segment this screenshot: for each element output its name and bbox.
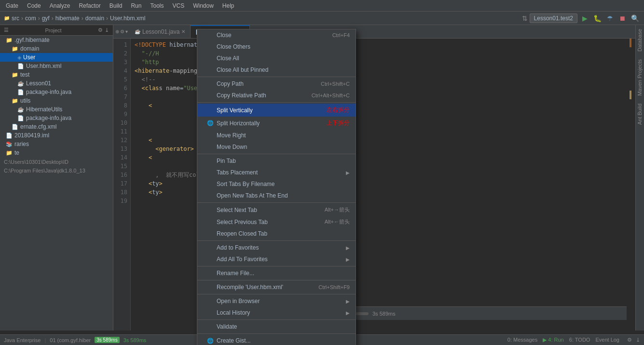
cm-label: Open New Tabs At The End xyxy=(217,192,350,199)
breadcrumb-src[interactable]: src xyxy=(12,15,19,22)
tab-bar: ⊕ ⚙ ▾ ☕ Lesson01.java ✕ 📄 User.hbm.xml ✕ xyxy=(113,25,635,39)
cm-item-local-history[interactable]: Local History▶ xyxy=(197,307,356,318)
sidebar-item-user[interactable]: ◈ User xyxy=(0,53,113,62)
cm-item-close-all[interactable]: Close All xyxy=(197,53,356,64)
right-panel-ant[interactable]: Ant Build xyxy=(636,100,644,129)
sidebar-item-cfg[interactable]: 📄 ernate.cfg.xml xyxy=(0,122,113,131)
tab-lesson01[interactable]: ☕ Lesson01.java ✕ xyxy=(130,25,191,39)
cm-item-icon: 🌐 xyxy=(207,120,215,126)
cm-item-validate[interactable]: Validate xyxy=(197,321,356,332)
cm-separator-4 xyxy=(197,77,356,77)
cm-shortcut: Ctrl+F4 xyxy=(332,32,350,38)
cm-label: Move Down xyxy=(217,144,350,150)
java-icon: ☕ xyxy=(17,80,24,87)
breadcrumb-hibernate[interactable]: hibernate xyxy=(55,15,80,22)
line-numbers: 1 2 3 4 5 6 7 8 9 10 11 12 13 14 15 16 1… xyxy=(113,39,131,331)
cm-item-copy-path[interactable]: Copy PathCtrl+Shift+C xyxy=(197,78,356,90)
sidebar-item-utils[interactable]: 📁 utils xyxy=(0,96,113,105)
cm-label: Pin Tab xyxy=(217,158,350,164)
menu-vcs[interactable]: VCS xyxy=(168,1,188,10)
cm-item-open-new-tabs-at-the-end[interactable]: Open New Tabs At The End xyxy=(197,190,356,201)
stop-button[interactable]: ⏹ xyxy=(617,13,628,24)
sidebar-item-libraries[interactable]: 📚 raries xyxy=(0,140,113,148)
sidebar-item-iml[interactable]: 📄 20180419.iml xyxy=(0,131,113,140)
cm-item-split-horizontally[interactable]: 🌐Split Horizontally上下拆分 xyxy=(197,117,356,130)
cm-item-copy-relative-path[interactable]: Copy Relative PathCtrl+Alt+Shift+C xyxy=(197,90,356,101)
menu-window[interactable]: Window xyxy=(189,1,218,10)
cm-item-reopen-closed-tab[interactable]: Reopen Closed Tab xyxy=(197,228,356,239)
right-panel-database[interactable]: Database xyxy=(636,25,644,55)
java-icon: 📄 xyxy=(17,115,24,121)
menu-help[interactable]: Help xyxy=(219,1,238,10)
cm-item-split-vertically[interactable]: Split Vertically左右拆分 xyxy=(197,104,356,117)
tab-messages[interactable]: 0: Messages xyxy=(507,337,537,343)
cm-item-tabs-placement[interactable]: Tabs Placement▶ xyxy=(197,167,356,178)
debug-button[interactable]: 🐛 xyxy=(592,13,603,24)
menu-refactor[interactable]: Refactor xyxy=(75,1,104,10)
cm-item-add-all-to-favorites[interactable]: Add All To Favorites▶ xyxy=(197,253,356,265)
cm-label-chinese: 左右拆分 xyxy=(327,106,350,114)
sidebar-item-user-hbm[interactable]: 📄 User.hbm.xml xyxy=(0,62,113,70)
cm-separator-17 xyxy=(197,202,356,203)
sidebar-item-test[interactable]: 📁 test xyxy=(0,70,113,79)
coverage-button[interactable]: ☂ xyxy=(604,13,615,24)
run-config-selector[interactable]: Lesson01.test2 xyxy=(530,13,577,23)
search-button[interactable]: 🔍 xyxy=(630,13,640,24)
test-result-label: 3s 589ms xyxy=(372,311,396,317)
sidebar-item-hibernate[interactable]: 📁 .gyf.hibernate xyxy=(0,36,113,44)
cm-label: Copy Relative Path xyxy=(217,92,312,99)
cm-item-move-right[interactable]: Move Right xyxy=(197,130,356,141)
tab-run[interactable]: ▶ 4: Run xyxy=(543,337,563,343)
breadcrumb-gyf[interactable]: gyf xyxy=(42,15,50,22)
tab-event-log[interactable]: Event Log xyxy=(595,337,619,343)
sidebar-item-lesson01[interactable]: ☕ Lesson01 xyxy=(0,79,113,88)
cm-separator-26 xyxy=(197,280,356,280)
class-icon: ◈ xyxy=(17,54,21,61)
xml-icon: 📄 xyxy=(17,63,24,69)
menu-code[interactable]: Code xyxy=(23,1,45,10)
sidebar-item-hibernateutils[interactable]: ☕ HibernateUtils xyxy=(0,105,113,114)
sidebar-item-te[interactable]: 📁 te xyxy=(0,148,113,157)
cm-separator-7 xyxy=(197,102,356,103)
sidebar-item-package-info[interactable]: 📄 package-info.java xyxy=(0,88,113,96)
cm-item-open-in-browser[interactable]: Open in Browser▶ xyxy=(197,295,356,307)
cm-item-close-all-but-pinned[interactable]: Close All but Pinned xyxy=(197,64,356,76)
cm-item-rename-file...[interactable]: Rename File... xyxy=(197,267,356,279)
cm-item-pin-tab[interactable]: Pin Tab xyxy=(197,155,356,167)
cm-item-select-next-tab[interactable]: Select Next TabAlt+→箭头 xyxy=(197,204,356,216)
expand-icon[interactable]: ⤓ xyxy=(636,337,640,343)
cm-item-close-others[interactable]: Close Others xyxy=(197,41,356,53)
cm-item-add-to-favorites[interactable]: Add to Favorites▶ xyxy=(197,242,356,253)
cm-item-create-gist...[interactable]: 🌐Create Gist... xyxy=(197,335,356,345)
breadcrumb-file[interactable]: User.hbm.xml xyxy=(110,15,145,22)
tab-close-lesson01[interactable]: ✕ xyxy=(181,29,185,34)
menu-run[interactable]: Run xyxy=(127,1,145,10)
breadcrumb: 📁 src › com › gyf › hibernate › domain ›… xyxy=(0,12,644,25)
menu-build[interactable]: Build xyxy=(106,1,126,10)
right-panel-maven[interactable]: Maven Projects xyxy=(636,55,644,100)
cm-label: Recompile 'User.hbm.xml' xyxy=(217,284,318,291)
project-sidebar: ☰ Project ⚙ ⤓ 📁 .gyf.hibernate 📁 domain … xyxy=(0,25,113,331)
menu-analyze[interactable]: Analyze xyxy=(46,1,74,10)
cm-item-recompile-user.hbm.xml[interactable]: Recompile 'User.hbm.xml'Ctrl+Shift+F9 xyxy=(197,281,356,293)
cm-item-close[interactable]: CloseCtrl+F4 xyxy=(197,29,356,41)
run-button[interactable]: ▶ xyxy=(579,13,590,24)
sidebar-item-package-info2[interactable]: 📄 package-info.java xyxy=(0,114,113,122)
breadcrumb-com[interactable]: com xyxy=(25,15,36,22)
cm-item-move-down[interactable]: Move Down xyxy=(197,141,356,153)
breadcrumb-domain[interactable]: domain xyxy=(85,15,104,22)
cm-item-select-previous-tab[interactable]: Select Previous TabAlt+←箭头 xyxy=(197,216,356,228)
cm-item-sort-tabs-by-filename[interactable]: Sort Tabs By Filename xyxy=(197,178,356,190)
tab-todo[interactable]: 6: TODO xyxy=(569,337,590,343)
cm-label: Select Next Tab xyxy=(217,207,325,213)
folder-icon: 📁 xyxy=(12,72,18,78)
context-menu: CloseCtrl+F4Close OthersClose AllClose A… xyxy=(197,29,356,345)
sidebar-item-domain[interactable]: 📁 domain xyxy=(0,44,113,53)
cm-label: Rename File... xyxy=(217,270,350,277)
menu-gate[interactable]: Gate xyxy=(2,1,22,10)
menu-tools[interactable]: Tools xyxy=(146,1,167,10)
cm-label: Split Vertically xyxy=(217,107,323,114)
cm-label: Split Horizontally xyxy=(217,120,323,127)
cm-shortcut: Alt+→箭头 xyxy=(325,206,350,213)
settings-icon[interactable]: ⚙ xyxy=(627,337,632,343)
